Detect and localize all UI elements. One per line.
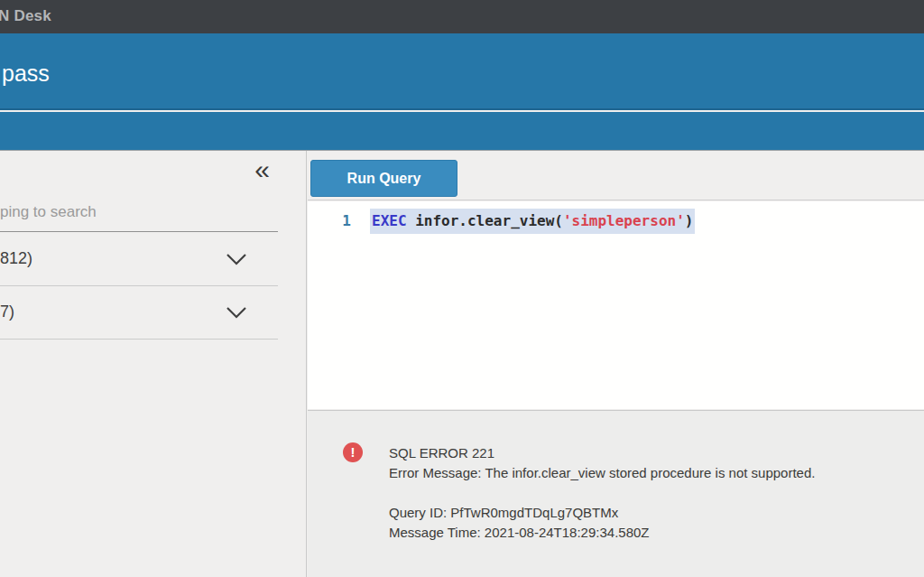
app-window: N Desk pass « 812) 7) Run Query 1 xyxy=(0,0,924,577)
error-title: SQL ERROR 221 xyxy=(389,443,815,463)
main-panel: Run Query 1 EXEC infor.clear_view('simpl… xyxy=(308,151,924,577)
top-app-bar: N Desk xyxy=(0,0,924,33)
sql-keyword: EXEC xyxy=(372,212,407,229)
header-subbanner xyxy=(0,112,924,151)
sidebar-item-group-2[interactable]: 7) xyxy=(0,286,278,340)
collapse-sidebar-icon[interactable]: « xyxy=(254,156,270,183)
spacer xyxy=(389,483,815,503)
sql-editor[interactable]: 1 EXEC infor.clear_view('simpleperson') xyxy=(308,201,924,409)
sidebar-item-group-1[interactable]: 812) xyxy=(0,233,278,286)
run-query-button[interactable]: Run Query xyxy=(310,160,457,197)
query-result-panel: ! SQL ERROR 221 Error Message: The infor… xyxy=(308,410,924,577)
header-banner: pass xyxy=(0,33,924,110)
query-toolbar: Run Query xyxy=(308,151,924,200)
sql-paren: ) xyxy=(685,212,694,229)
error-icon: ! xyxy=(343,442,363,462)
error-message: Error Message: The infor.clear_view stor… xyxy=(389,463,815,483)
app-title: N Desk xyxy=(0,7,51,25)
code-text: EXEC infor.clear_view('simpleperson') xyxy=(370,209,695,234)
chevron-down-icon[interactable] xyxy=(226,306,247,320)
line-number: 1 xyxy=(308,209,351,234)
error-details: SQL ERROR 221 Error Message: The infor.c… xyxy=(389,443,815,543)
sidebar-item-label: 812) xyxy=(0,249,32,268)
chevron-down-icon[interactable] xyxy=(226,253,247,266)
code-line[interactable]: 1 EXEC infor.clear_view('simpleperson') xyxy=(308,209,924,234)
page-title: pass xyxy=(2,60,50,87)
sidebar: « 812) 7) xyxy=(0,151,307,577)
sql-string: 'simpleperson' xyxy=(563,212,685,229)
search-input[interactable] xyxy=(0,198,278,232)
query-id: Query ID: PfTwR0mgdTDqLg7QBTMx xyxy=(389,503,815,523)
sidebar-item-label: 7) xyxy=(0,302,14,321)
sql-identifier: infor.clear_view( xyxy=(407,212,563,229)
message-time: Message Time: 2021-08-24T18:29:34.580Z xyxy=(389,523,815,543)
